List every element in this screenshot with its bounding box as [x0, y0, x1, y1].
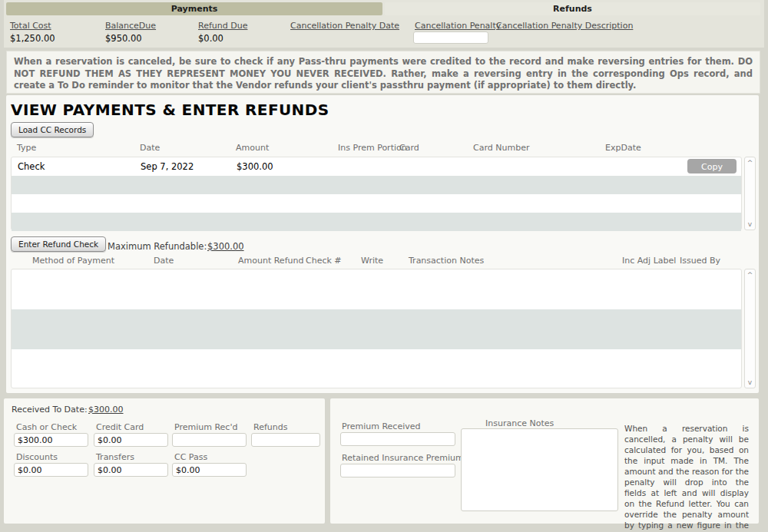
discounts-field[interactable]: [14, 463, 88, 477]
col-card: Card: [399, 143, 419, 153]
credit-card-label: Credit Card: [96, 422, 144, 432]
received-to-date-panel: Received To Date: $300.00 Cash or Check …: [4, 398, 325, 524]
col-method-of-payment: Method of Payment: [32, 256, 114, 266]
balance-due-label[interactable]: BalanceDue: [105, 21, 156, 31]
scroll-up-icon[interactable]: ^: [745, 270, 755, 279]
tab-payments[interactable]: Payments: [6, 2, 382, 15]
transfers-label: Transfers: [96, 452, 134, 462]
total-cost-label[interactable]: Total Cost: [10, 21, 51, 31]
table-row: [12, 349, 741, 389]
cc-pass-field[interactable]: [172, 463, 247, 477]
payment-amount: $300.00: [237, 161, 273, 172]
payments-summary-section: Payments Refunds Total Cost $1,250.00 Ba…: [4, 0, 764, 48]
payments-table-scrollbar[interactable]: ^ v: [744, 157, 756, 230]
col-refund-date: Date: [154, 256, 174, 266]
credit-card-field[interactable]: [94, 433, 168, 447]
refunds-field[interactable]: [251, 433, 320, 447]
premium-recd-field[interactable]: [172, 433, 247, 447]
col-inc-adj-label: Inc Adj Label: [622, 256, 676, 266]
col-ins-prem-portion: Ins Prem Portion: [338, 143, 407, 153]
col-amount-refund: Amount Refund: [238, 256, 303, 266]
load-cc-records-button[interactable]: Load CC Records: [11, 122, 94, 137]
scroll-up-icon[interactable]: ^: [745, 158, 755, 167]
page-title: VIEW PAYMENTS & ENTER REFUNDS: [11, 101, 329, 119]
received-to-date-label: Received To Date:: [12, 405, 88, 415]
payment-type: Check: [18, 161, 45, 172]
refund-due-label[interactable]: Refund Due: [198, 21, 247, 31]
cancellation-penalty-label[interactable]: Cancellation Penalty: [415, 21, 501, 31]
cancellation-penalty-date-label[interactable]: Cancellation Penalty Date: [290, 21, 399, 31]
scroll-down-icon[interactable]: v: [745, 378, 755, 387]
retained-insurance-premium-label: Retained Insurance Premium: [342, 453, 464, 463]
cancellation-penalty-input[interactable]: [413, 31, 488, 44]
total-cost-value: $1,250.00: [10, 33, 55, 44]
col-write: Write: [361, 256, 383, 266]
col-date: Date: [140, 143, 160, 153]
table-row[interactable]: Check Sep 7, 2022 $300.00 Copy: [12, 157, 741, 176]
refund-due-value: $0.00: [198, 33, 223, 44]
insurance-notes-label: Insurance Notes: [485, 418, 554, 428]
tab-refunds[interactable]: Refunds: [385, 2, 760, 15]
refunds-table: [11, 269, 742, 388]
table-row: [12, 309, 741, 349]
col-transaction-notes: Transaction Notes: [409, 256, 484, 266]
retained-insurance-premium-field[interactable]: [340, 464, 455, 477]
maximum-refundable-label: Maximum Refundable:: [108, 241, 207, 252]
cancellation-penalty-description-label[interactable]: Cancellation Penalty Description: [496, 21, 633, 31]
insurance-panel: Premium Received Retained Insurance Prem…: [330, 398, 759, 524]
col-check-number: Check #: [306, 256, 342, 266]
cash-or-check-label: Cash or Check: [16, 422, 77, 432]
table-row: [12, 194, 741, 213]
cancellation-penalty-note: When a reservation is cancelled, a penal…: [624, 424, 749, 532]
col-card-number: Card Number: [473, 143, 529, 153]
col-issued-by: Issued By: [680, 256, 720, 266]
table-row: [12, 176, 741, 194]
table-row: [12, 269, 741, 309]
transfers-field[interactable]: [94, 463, 168, 477]
premium-received-field[interactable]: [340, 432, 455, 446]
balance-due-value: $950.00: [105, 33, 142, 44]
copy-button[interactable]: Copy: [687, 159, 737, 173]
cc-pass-label: CC Pass: [174, 452, 207, 462]
passthru-warning-text: When a reservation is canceled, be sure …: [6, 51, 760, 94]
payment-date: Sep 7, 2022: [141, 161, 194, 172]
discounts-label: Discounts: [16, 452, 58, 462]
table-row: [12, 213, 741, 231]
cash-or-check-field[interactable]: [14, 433, 88, 447]
col-type: Type: [17, 143, 36, 153]
enter-refund-check-button[interactable]: Enter Refund Check: [11, 236, 106, 252]
refunds-label: Refunds: [253, 422, 287, 432]
scroll-down-icon[interactable]: v: [745, 220, 755, 229]
insurance-notes-field[interactable]: [461, 428, 618, 511]
maximum-refundable-value[interactable]: $300.00: [207, 241, 244, 252]
refunds-table-scrollbar[interactable]: ^ v: [744, 269, 756, 388]
payments-refunds-panel: VIEW PAYMENTS & ENTER REFUNDS Load CC Re…: [6, 95, 759, 393]
premium-received-label: Premium Received: [342, 421, 421, 431]
col-amount: Amount: [236, 143, 269, 153]
col-expdate: ExpDate: [605, 143, 641, 153]
premium-recd-label: Premium Rec'd: [174, 422, 237, 432]
payments-table: Check Sep 7, 2022 $300.00 Copy: [11, 157, 742, 230]
received-to-date-value[interactable]: $300.00: [88, 405, 124, 415]
